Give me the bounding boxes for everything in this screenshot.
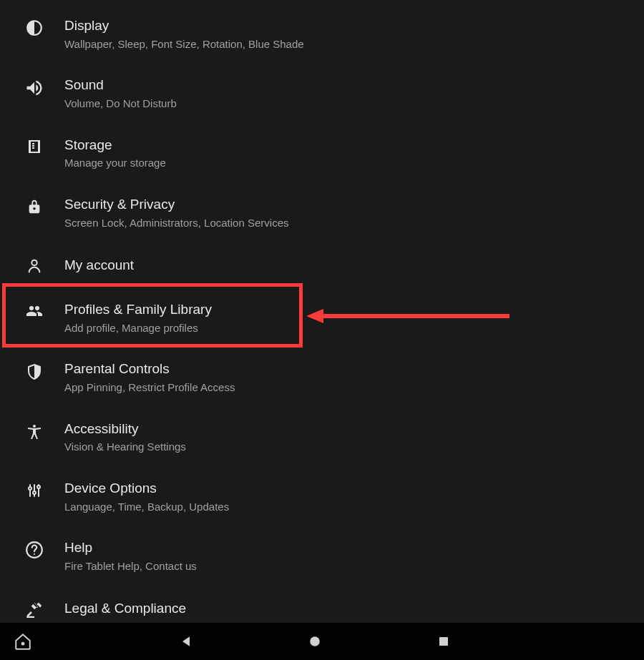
item-title: Legal & Compliance [64,600,186,617]
item-subtitle: Screen Lock, Administrators, Location Se… [64,216,288,230]
nav-back-button[interactable] [172,627,200,656]
item-subtitle: App Pinning, Restrict Profile Access [64,380,235,395]
accessibility-icon [17,422,52,442]
settings-item-storage[interactable]: Storage Manage your storage [0,124,644,183]
settings-item-display[interactable]: Display Wallpaper, Sleep, Font Size, Rot… [0,4,644,64]
settings-item-account[interactable]: My account [0,242,644,288]
settings-item-parental[interactable]: Parental Controls App Pinning, Restrict … [0,348,644,407]
item-title: My account [64,257,134,274]
item-title: Display [64,17,304,34]
item-title: Profiles & Family Library [64,301,212,318]
item-title: Device Options [64,480,229,497]
sound-icon [17,78,52,98]
svg-point-0 [31,260,36,265]
navigation-bar [0,623,644,660]
svg-point-7 [37,486,40,488]
sliders-icon [17,481,52,500]
settings-item-help[interactable]: Help Fire Tablet Help, Contact us [0,526,644,586]
item-subtitle: Vision & Hearing Settings [64,440,186,454]
svg-point-6 [33,491,36,494]
svg-point-12 [21,642,25,646]
settings-item-device[interactable]: Device Options Language, Time, Backup, U… [0,467,644,526]
item-title: Sound [64,77,177,94]
item-title: Parental Controls [64,360,235,378]
item-subtitle: Volume, Do Not Disturb [64,97,177,111]
storage-icon [17,138,52,155]
item-subtitle: Add profile, Manage profiles [64,321,212,335]
item-subtitle: Wallpaper, Sleep, Font Size, Rotation, B… [64,37,304,51]
svg-point-5 [29,487,31,490]
svg-point-9 [34,553,35,555]
settings-item-sound[interactable]: Sound Volume, Do Not Disturb [0,64,644,123]
svg-point-13 [310,636,320,646]
item-title: Security & Privacy [64,196,288,213]
item-title: Help [64,539,197,556]
settings-list: Display Wallpaper, Sleep, Font Size, Rot… [0,0,644,626]
person-icon [17,257,52,275]
item-subtitle: Manage your storage [64,156,166,170]
item-subtitle: Fire Tablet Help, Contact us [64,559,197,573]
nav-home-button[interactable] [9,627,37,656]
people-icon [17,302,52,320]
settings-item-profiles[interactable]: Profiles & Family Library Add profile, M… [0,288,644,348]
settings-item-legal[interactable]: Legal & Compliance [0,586,644,626]
help-icon [17,541,52,559]
settings-item-accessibility[interactable]: Accessibility Vision & Hearing Settings [0,408,644,467]
item-title: Accessibility [64,420,186,438]
item-subtitle: Language, Time, Backup, Updates [64,500,229,514]
settings-item-security[interactable]: Security & Privacy Screen Lock, Administ… [0,183,644,242]
svg-rect-14 [439,637,448,646]
item-title: Storage [64,137,166,154]
svg-point-1 [33,425,36,428]
nav-recent-button[interactable] [429,627,458,656]
shield-icon [17,362,52,382]
lock-icon [17,197,52,216]
gavel-icon [17,600,52,619]
contrast-icon [17,19,52,37]
nav-home-circle-button[interactable] [301,627,329,656]
